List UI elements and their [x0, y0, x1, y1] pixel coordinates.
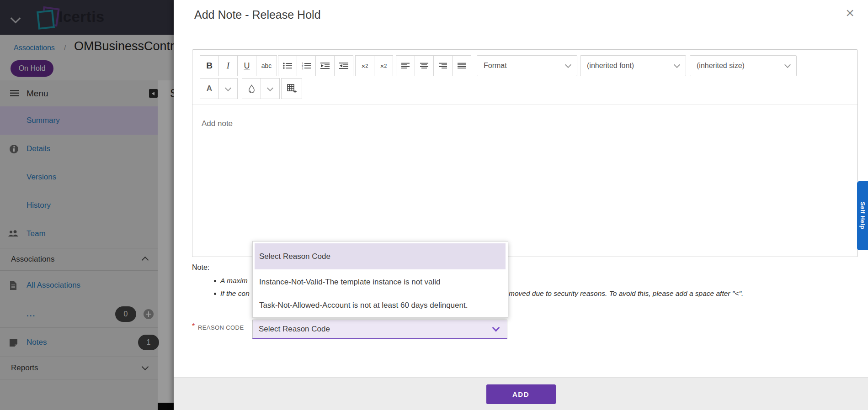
screen: Icertis Associations / OMBusinessContra … [0, 0, 868, 410]
chevron-down-icon [492, 324, 500, 332]
toolbar-group-align [396, 55, 471, 76]
dropdown-option-instance-not-valid[interactable]: Instance-Not-Valid-The template instance… [255, 269, 506, 294]
note-bullet-1: A maxim [220, 277, 248, 285]
chevron-down-icon [784, 62, 791, 68]
chevron-down-icon [674, 62, 680, 68]
background-color-menu-button[interactable] [261, 79, 279, 99]
strikethrough-button[interactable]: abc [256, 56, 277, 76]
dropdown-option-task-not-allowed[interactable]: Task-Not-Allowed-Account is not at least… [255, 294, 506, 316]
required-asterisk: * [192, 322, 195, 331]
superscript-button[interactable]: ×2 [374, 56, 393, 76]
align-right-button[interactable] [433, 56, 452, 76]
underline-button[interactable]: U [237, 56, 256, 76]
modal-footer: ADD [174, 377, 868, 410]
toolbar-group-script: ×2 ×2 [355, 55, 393, 76]
note-bullet-2-right: moved due to security reasons. To avoid … [509, 289, 743, 298]
bullet-list-button[interactable] [278, 56, 297, 76]
indent-button[interactable] [315, 56, 334, 76]
svg-text:3: 3 [302, 67, 304, 69]
align-center-button[interactable] [415, 56, 433, 76]
add-note-modal: Add Note - Release Hold × B I U abc 123 [174, 0, 868, 410]
reason-code-select[interactable]: Select Reason Code [252, 320, 507, 339]
reason-code-label: REASON CODE [198, 324, 244, 331]
toolbar-group-lists: 123 [278, 55, 353, 76]
add-button[interactable]: ADD [486, 384, 556, 404]
bullet-icon [214, 280, 216, 282]
reason-code-dropdown-panel: Select Reason Code Instance-Not-Valid-Th… [252, 241, 508, 318]
numbered-list-button[interactable]: 123 [297, 56, 315, 76]
toolbar-group-text-color: A [200, 78, 238, 99]
note-heading: Note: [192, 263, 209, 272]
toolbar-group-table [281, 78, 302, 99]
bold-button[interactable]: B [200, 56, 218, 76]
rich-text-editor: B I U abc 123 [192, 49, 858, 257]
chevron-down-icon [565, 62, 571, 68]
outdent-button[interactable] [334, 56, 353, 76]
font-dropdown[interactable]: (inherited font) [580, 55, 686, 76]
text-color-button[interactable]: A [200, 79, 218, 99]
insert-table-button[interactable] [282, 79, 302, 99]
subscript-button[interactable]: ×2 [356, 56, 374, 76]
editor-placeholder: Add note [202, 119, 233, 128]
note-bullet-2-left: If the con [220, 289, 250, 298]
toolbar-group-bg-color [242, 78, 280, 99]
modal-title: Add Note - Release Hold [194, 8, 321, 21]
text-color-menu-button[interactable] [218, 79, 237, 99]
self-help-tab[interactable]: Self Help [857, 181, 868, 250]
align-left-button[interactable] [396, 56, 415, 76]
bullet-icon [214, 293, 216, 295]
italic-button[interactable]: I [218, 56, 237, 76]
size-dropdown[interactable]: (inherited size) [690, 55, 797, 76]
format-dropdown[interactable]: Format [477, 55, 577, 76]
background-color-button[interactable] [242, 79, 261, 99]
align-justify-button[interactable] [452, 56, 471, 76]
note-editor-area[interactable]: Add note [192, 105, 857, 256]
dropdown-option-select-reason-code[interactable]: Select Reason Code [255, 243, 506, 269]
toolbar-group-text-style: B I U abc [200, 55, 277, 76]
close-icon[interactable]: × [846, 5, 854, 20]
